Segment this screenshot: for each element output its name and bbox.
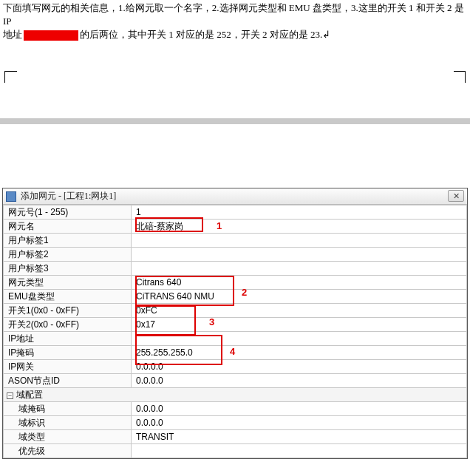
- collapse-icon[interactable]: −: [7, 392, 13, 399]
- label-ip-addr: IP地址: [4, 332, 132, 346]
- label-user-tag1: 用户标签1: [4, 234, 132, 248]
- label-ip-mask: IP掩码: [4, 346, 132, 360]
- label-ason-node: ASON节点ID: [4, 374, 132, 388]
- value-ne-number[interactable]: 1: [132, 205, 467, 220]
- value-ne-name[interactable]: 北碚-蔡家岗: [132, 220, 467, 234]
- instruction-text: 下面填写网元的相关信息，1.给网元取一个名字，2.选择网元类型和 EMU 盘类型…: [0, 0, 470, 43]
- label-domain-type: 域类型: [4, 430, 132, 444]
- titlebar[interactable]: 添加网元 - [工程1:网块1] ✕: [3, 188, 467, 205]
- add-ne-dialog: 添加网元 - [工程1:网块1] ✕ 网元号(1 - 255)1 网元名北碚-蔡…: [2, 188, 468, 459]
- label-user-tag2: 用户标签2: [4, 248, 132, 262]
- label-emu-type: EMU盘类型: [4, 290, 132, 304]
- crop-mark: [454, 71, 466, 83]
- value-priority[interactable]: [132, 444, 467, 458]
- page-divider: [0, 118, 470, 124]
- section-domain-config[interactable]: −域配置: [4, 388, 467, 402]
- value-user-tag1[interactable]: [132, 234, 467, 248]
- value-user-tag2[interactable]: [132, 248, 467, 262]
- redacted-ip: [24, 30, 78, 41]
- dialog-title: 添加网元 - [工程1:网块1]: [21, 190, 116, 203]
- label-ne-type: 网元类型: [4, 276, 132, 290]
- label-domain-id: 域标识: [4, 416, 132, 430]
- value-ne-type[interactable]: Citrans 640: [132, 276, 467, 290]
- label-ne-number: 网元号(1 - 255): [4, 205, 132, 220]
- label-switch2: 开关2(0x0 - 0xFF): [4, 318, 132, 332]
- value-ip-mask[interactable]: 255.255.255.0: [132, 346, 467, 360]
- value-domain-mask[interactable]: 0.0.0.0: [132, 402, 467, 416]
- close-button[interactable]: ✕: [448, 190, 464, 202]
- label-priority: 优先级: [4, 444, 132, 458]
- value-emu-type[interactable]: CiTRANS 640 NMU: [132, 290, 467, 304]
- value-domain-id[interactable]: 0.0.0.0: [132, 416, 467, 430]
- label-user-tag3: 用户标签3: [4, 262, 132, 276]
- label-ip-gateway: IP网关: [4, 360, 132, 374]
- label-domain-mask: 域掩码: [4, 402, 132, 416]
- value-ip-gateway[interactable]: 0.0.0.0: [132, 360, 467, 374]
- crop-mark: [4, 71, 16, 83]
- value-user-tag3[interactable]: [132, 262, 467, 276]
- value-domain-type[interactable]: TRANSIT: [132, 430, 467, 444]
- value-ip-addr[interactable]: [132, 332, 467, 346]
- value-switch2[interactable]: 0x17: [132, 318, 467, 332]
- label-switch1: 开关1(0x0 - 0xFF): [4, 304, 132, 318]
- label-ne-name: 网元名: [4, 220, 132, 234]
- value-ason-node[interactable]: 0.0.0.0: [132, 374, 467, 388]
- property-grid: 网元号(1 - 255)1 网元名北碚-蔡家岗 用户标签1 用户标签2 用户标签…: [3, 205, 467, 458]
- app-icon: [6, 191, 16, 202]
- value-switch1[interactable]: 0xFC: [132, 304, 467, 318]
